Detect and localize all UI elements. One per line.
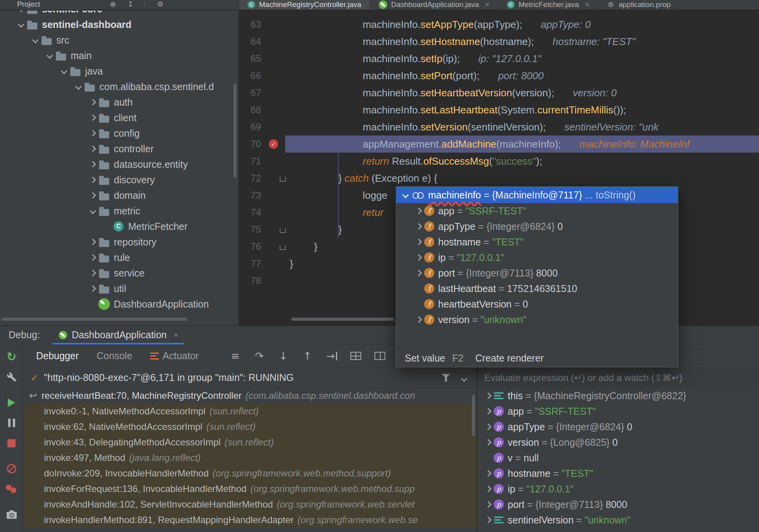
chevron-down-icon[interactable] xyxy=(400,190,411,200)
variable-row-version[interactable]: pversion = {Long@6825} 0 xyxy=(477,435,759,450)
fold-marker-icon[interactable] xyxy=(280,245,286,250)
tree-vertical-scrollbar[interactable] xyxy=(233,83,237,177)
gutter-slot[interactable] xyxy=(266,255,290,272)
variable-row-app[interactable]: papp = "SSRF-TEST" xyxy=(477,403,759,419)
collapse-all-icon[interactable]: ↧ xyxy=(127,0,133,8)
stack-frame-invoke-497[interactable]: invoke:497, Method(java.lang.reflect) xyxy=(24,450,477,466)
chevron-right-icon[interactable] xyxy=(16,10,26,14)
variable-row-ip[interactable]: pip = "127.0.0.1" xyxy=(477,481,759,497)
chevron-right-icon[interactable] xyxy=(483,390,494,401)
step-into-icon[interactable]: ↓ xyxy=(278,351,289,361)
chevron-down-icon[interactable] xyxy=(30,35,41,45)
chevron-right-icon[interactable] xyxy=(483,515,494,525)
gutter-slot[interactable] xyxy=(266,33,290,50)
editor-line-67[interactable]: 67machineInfo.setHeartbeatVersion(versio… xyxy=(239,84,759,101)
run-to-cursor-icon[interactable]: → xyxy=(326,351,338,361)
variable-row-apptype[interactable]: pappType = {Integer@6824} 0 xyxy=(477,419,759,435)
tree-item-sentinel-dashboard[interactable]: sentinel-dashboard xyxy=(0,17,238,32)
variable-row-v[interactable]: pv = null xyxy=(477,450,759,466)
tree-item-src[interactable]: src xyxy=(0,32,238,48)
editor-line-69[interactable]: 69machineInfo.setVersion(sentinelVersion… xyxy=(239,118,759,136)
variable-row-hostname[interactable]: phostname = "TEST" xyxy=(477,466,759,481)
chevron-right-icon[interactable] xyxy=(413,236,424,247)
gutter-slot[interactable] xyxy=(266,118,290,136)
tree-item-config[interactable]: config xyxy=(0,125,238,141)
stack-frame-doinvoke-209[interactable]: doInvoke:209, InvocableHandlerMethod(org… xyxy=(24,466,477,481)
tree-item-com-alibaba-csp-sentinel-d[interactable]: com.alibaba.csp.sentinel.d xyxy=(0,79,238,94)
chevron-right-icon[interactable] xyxy=(413,205,424,216)
chevron-down-icon[interactable] xyxy=(59,66,70,76)
variable-row-ip[interactable]: fip = "127.0.0.1" xyxy=(396,250,678,265)
chevron-right-icon[interactable] xyxy=(413,252,424,263)
create-renderer-button[interactable]: Create renderer xyxy=(475,353,543,364)
editor-line-72[interactable]: 72} catch (Exception e) { xyxy=(239,170,759,187)
close-tab-icon[interactable]: × xyxy=(485,0,489,9)
editor-line-63[interactable]: 63machineInfo.setAppType(appType);appTyp… xyxy=(239,16,759,33)
gutter-slot[interactable] xyxy=(266,67,290,84)
gutter-slot[interactable] xyxy=(266,221,290,238)
view-breakpoints-button[interactable] xyxy=(5,482,19,496)
pause-button[interactable] xyxy=(5,416,19,430)
editor-line-71[interactable]: 71return Result.ofSuccessMsg("success"); xyxy=(239,153,759,170)
stack-frame-invokeforrequest-136[interactable]: invokeForRequest:136, InvocableHandlerMe… xyxy=(24,481,477,497)
stack-frame-invoke0-1[interactable]: invoke0:-1, NativeMethodAccessorImpl(sun… xyxy=(24,403,477,419)
tree-item-java[interactable]: java xyxy=(0,63,238,79)
chevron-right-icon[interactable] xyxy=(87,283,98,294)
breakpoint-icon[interactable]: ✓ xyxy=(269,139,278,149)
tree-item-auth[interactable]: auth xyxy=(0,94,238,110)
gutter-slot[interactable] xyxy=(266,238,290,255)
chevron-right-icon[interactable] xyxy=(87,143,98,154)
variable-row-port[interactable]: fport = {Integer@7113} 8000 xyxy=(396,265,678,281)
chevron-down-icon[interactable] xyxy=(459,373,470,382)
editor-line-65[interactable]: 65machineInfo.setIp(ip);ip: "127.0.0.1" xyxy=(239,50,759,67)
close-session-icon[interactable]: × xyxy=(174,331,178,339)
chevron-right-icon[interactable] xyxy=(87,174,98,185)
mute-breakpoints-button[interactable] xyxy=(5,462,19,476)
close-tab-icon[interactable]: × xyxy=(585,0,589,9)
thread-dump-button[interactable] xyxy=(5,508,19,522)
set-value-button[interactable]: Set value xyxy=(405,353,445,364)
variable-row-app[interactable]: fapp = "SSRF-TEST" xyxy=(396,203,678,219)
chevron-down-icon[interactable] xyxy=(44,50,55,61)
variable-row-apptype[interactable]: fappType = {Integer@6824} 0 xyxy=(396,219,678,234)
chevron-right-icon[interactable] xyxy=(483,468,494,479)
chevron-right-icon[interactable] xyxy=(87,236,98,247)
tree-item-rule[interactable]: rule xyxy=(0,250,238,265)
tree-horizontal-scrollbar[interactable] xyxy=(2,318,187,321)
gutter-slot[interactable] xyxy=(266,272,290,289)
chevron-right-icon[interactable] xyxy=(87,268,98,278)
tree-item-domain[interactable]: domain xyxy=(0,188,238,203)
editor-tab-metricfetcher-java[interactable]: CMetricFetcher.java× xyxy=(498,0,598,10)
editor-line-70[interactable]: 70✓appManagement.addMachine(machineInfo)… xyxy=(239,136,759,153)
project-panel-title[interactable]: Project xyxy=(17,0,40,9)
tree-item-util[interactable]: util xyxy=(0,281,238,296)
chevron-right-icon[interactable] xyxy=(87,97,98,108)
fold-marker-icon[interactable] xyxy=(280,177,286,182)
evaluate-expression-bar[interactable]: Evaluate expression (↵) or add a watch (… xyxy=(477,368,759,388)
thread-selector[interactable]: ✓ "http-nio-8080-exec-7"@6,171 in group … xyxy=(24,368,477,388)
debugger-tab-debugger[interactable]: Debugger xyxy=(36,350,79,362)
debugger-tab-console[interactable]: Console xyxy=(97,350,132,362)
tree-item-datasource-entity[interactable]: datasource.entity xyxy=(0,156,238,172)
gutter-slot[interactable] xyxy=(266,153,290,170)
gutter-slot[interactable] xyxy=(266,84,290,101)
chevron-right-icon[interactable] xyxy=(413,268,424,278)
gutter-slot[interactable] xyxy=(266,101,290,118)
gutter-slot[interactable] xyxy=(266,170,290,187)
filter-icon[interactable] xyxy=(442,374,450,382)
stack-frame-invoke-43[interactable]: invoke:43, DelegatingMethodAccessorImpl(… xyxy=(24,435,477,450)
gutter-slot[interactable] xyxy=(266,187,290,204)
gutter-slot[interactable]: ✓ xyxy=(266,136,290,153)
chevron-right-icon[interactable] xyxy=(483,499,494,510)
tree-item-main[interactable]: main xyxy=(0,48,238,63)
settings-icon[interactable]: ⚙ xyxy=(157,0,163,8)
chevron-right-icon[interactable] xyxy=(87,112,98,123)
chevron-right-icon[interactable] xyxy=(483,483,494,494)
editor-line-66[interactable]: 66machineInfo.setPort(port);port: 8000 xyxy=(239,67,759,84)
chevron-right-icon[interactable] xyxy=(413,221,424,232)
chevron-right-icon[interactable] xyxy=(413,314,424,325)
modify-run-configuration-button[interactable] xyxy=(5,370,19,384)
editor-tab-dashboardapplication-java[interactable]: DashboardApplication.java× xyxy=(370,0,498,10)
stop-button[interactable] xyxy=(5,436,19,450)
tree-item-service[interactable]: service xyxy=(0,265,238,281)
